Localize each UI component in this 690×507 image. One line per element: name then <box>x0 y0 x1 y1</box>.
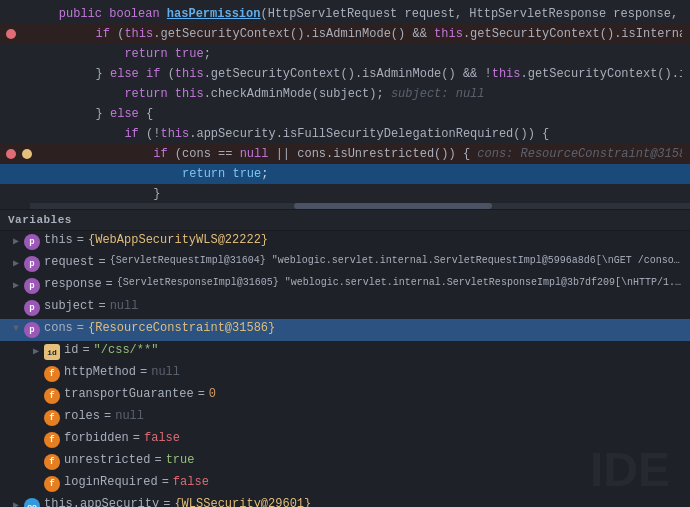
var-name-unrestricted: unrestricted <box>64 453 150 467</box>
var-value-roles: null <box>115 409 682 423</box>
toggle-appsecurity[interactable]: ▶ <box>8 499 24 507</box>
code-line-2: if (this.getSecurityContext().isAdminMod… <box>0 24 690 44</box>
code-line-8: if (cons == null || cons.isUnrestricted(… <box>0 144 690 164</box>
var-name-cons: cons <box>44 321 73 335</box>
var-eq-this: = <box>77 233 84 247</box>
var-value-httpmethod: null <box>151 365 682 379</box>
scrollbar-thumb[interactable] <box>294 203 492 209</box>
code-line-7: if (!this.appSecurity.isFullSecurityDele… <box>0 124 690 144</box>
icon-loginrequired: f <box>44 476 60 492</box>
var-item-appsecurity[interactable]: ▶ oo this.appSecurity = {WLSSecurity@296… <box>0 495 690 507</box>
code-line-5: return this.checkAdminMode(subject); sub… <box>0 84 690 104</box>
toggle-cons[interactable]: ▼ <box>8 323 24 334</box>
var-value-transport: 0 <box>209 387 682 401</box>
var-eq-transport: = <box>198 387 205 401</box>
code-line-4: } else if (this.getSecurityContext().isA… <box>0 64 690 84</box>
line-content-3: return true; <box>38 47 682 61</box>
icon-this: p <box>24 234 40 250</box>
var-item-cons-id[interactable]: ▶ id id = "/css/**" <box>0 341 690 363</box>
code-line-9: return true; <box>0 164 690 184</box>
icon-response: p <box>24 278 40 294</box>
icon-httpmethod: f <box>44 366 60 382</box>
toggle-this[interactable]: ▶ <box>8 235 24 247</box>
horizontal-scrollbar[interactable] <box>30 203 690 209</box>
line-content-2: if (this.getSecurityContext().isAdminMod… <box>38 27 682 41</box>
var-name-roles: roles <box>64 409 100 423</box>
toggle-response[interactable]: ▶ <box>8 279 24 291</box>
var-name-request: request <box>44 255 94 269</box>
var-value-appsecurity: {WLSSecurity@29601} <box>174 497 682 507</box>
var-eq-subject: = <box>98 299 105 313</box>
var-value-subject: null <box>110 299 682 313</box>
var-name-loginrequired: loginRequired <box>64 475 158 489</box>
var-eq-cons-id: = <box>82 343 89 357</box>
variables-panel: Variables ▶ p this = {WebAppSecurityWLS@… <box>0 210 690 507</box>
var-item-unrestricted[interactable]: ▶ f unrestricted = true <box>0 451 690 473</box>
var-value-loginrequired: false <box>173 475 682 489</box>
code-editor: public boolean hasPermission(HttpServlet… <box>0 0 690 210</box>
var-item-loginrequired[interactable]: ▶ f loginRequired = false <box>0 473 690 495</box>
var-item-httpmethod[interactable]: ▶ f httpMethod = null <box>0 363 690 385</box>
line-content-8: if (cons == null || cons.isUnrestricted(… <box>38 147 682 161</box>
var-name-response: response <box>44 277 102 291</box>
line-content-9: return true; <box>38 167 682 181</box>
var-eq-response: = <box>106 277 113 291</box>
var-item-roles[interactable]: ▶ f roles = null <box>0 407 690 429</box>
var-eq-unrestricted: = <box>154 453 161 467</box>
code-line-6: } else { <box>0 104 690 124</box>
line-content-5: return this.checkAdminMode(subject); sub… <box>38 87 682 101</box>
var-value-forbidden: false <box>144 431 682 445</box>
line-content-7: if (!this.appSecurity.isFullSecurityDele… <box>38 127 682 141</box>
var-value-cons-id: "/css/**" <box>94 343 682 357</box>
var-name-forbidden: forbidden <box>64 431 129 445</box>
line-content-4: } else if (this.getSecurityContext().isA… <box>38 67 682 81</box>
icon-cons-id: id <box>44 344 60 360</box>
var-item-transport[interactable]: ▶ f transportGuarantee = 0 <box>0 385 690 407</box>
code-line-3: return true; <box>0 44 690 64</box>
warning-8 <box>22 149 32 159</box>
variables-header: Variables <box>0 210 690 231</box>
toggle-request[interactable]: ▶ <box>8 257 24 269</box>
var-item-subject[interactable]: ▶ p subject = null <box>0 297 690 319</box>
var-name-httpmethod: httpMethod <box>64 365 136 379</box>
var-item-this[interactable]: ▶ p this = {WebAppSecurityWLS@22222} <box>0 231 690 253</box>
var-value-response: {ServletResponseImpl@31605} "weblogic.se… <box>117 277 682 288</box>
var-name-subject: subject <box>44 299 94 313</box>
icon-appsecurity: oo <box>24 498 40 507</box>
code-line-10: } <box>0 184 690 204</box>
var-item-response[interactable]: ▶ p response = {ServletResponseImpl@3160… <box>0 275 690 297</box>
icon-subject: p <box>24 300 40 316</box>
var-item-forbidden[interactable]: ▶ f forbidden = false <box>0 429 690 451</box>
var-eq-request: = <box>98 255 105 269</box>
var-name-appsecurity: this.appSecurity <box>44 497 159 507</box>
toggle-cons-id[interactable]: ▶ <box>28 345 44 357</box>
var-eq-loginrequired: = <box>162 475 169 489</box>
var-item-request[interactable]: ▶ p request = {ServletRequestImpl@31604}… <box>0 253 690 275</box>
app-container: public boolean hasPermission(HttpServlet… <box>0 0 690 507</box>
code-line-1: public boolean hasPermission(HttpServlet… <box>0 4 690 24</box>
line-content-10: } <box>38 187 682 201</box>
var-eq-forbidden: = <box>133 431 140 445</box>
icon-cons: p <box>24 322 40 338</box>
var-name-cons-id: id <box>64 343 78 357</box>
icon-unrestricted: f <box>44 454 60 470</box>
var-eq-cons: = <box>77 321 84 335</box>
var-name-this: this <box>44 233 73 247</box>
icon-roles: f <box>44 410 60 426</box>
breakpoint-2 <box>6 29 16 39</box>
var-value-unrestricted: true <box>166 453 682 467</box>
var-item-cons[interactable]: ▼ p cons = {ResourceConstraint@31586} <box>0 319 690 341</box>
icon-forbidden: f <box>44 432 60 448</box>
var-eq-roles: = <box>104 409 111 423</box>
icon-transport: f <box>44 388 60 404</box>
var-value-cons: {ResourceConstraint@31586} <box>88 321 682 335</box>
line-content-1: public boolean hasPermission(HttpServlet… <box>30 7 682 21</box>
var-eq-appsecurity: = <box>163 497 170 507</box>
var-name-transport: transportGuarantee <box>64 387 194 401</box>
var-eq-httpmethod: = <box>140 365 147 379</box>
breakpoint-8 <box>6 149 16 159</box>
line-content-6: } else { <box>38 107 682 121</box>
icon-request: p <box>24 256 40 272</box>
var-value-this: {WebAppSecurityWLS@22222} <box>88 233 682 247</box>
var-value-request: {ServletRequestImpl@31604} "weblogic.ser… <box>110 255 682 266</box>
